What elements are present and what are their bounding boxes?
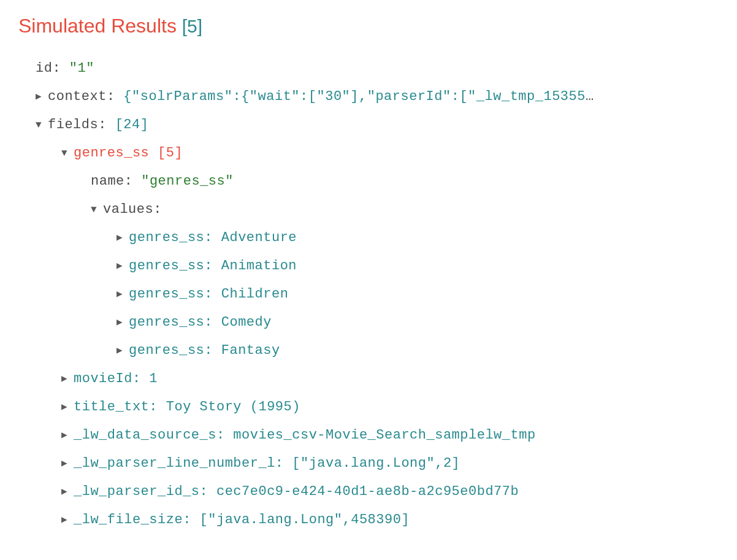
tree-row-values[interactable]: ▼ values: xyxy=(18,196,719,224)
val-genre: Comedy xyxy=(221,316,272,329)
tree-row-field[interactable]: ▶_lw_file_size: ["java.lang.Long",458390… xyxy=(18,506,719,534)
caret-right-icon: ▶ xyxy=(61,459,74,469)
key-id: id: xyxy=(36,62,61,75)
val-genre: Adventure xyxy=(221,231,297,245)
tree-row-genre-value[interactable]: ▶genres_ss: Adventure xyxy=(18,224,719,252)
tree-row-genres-ss[interactable]: ▼ genres_ss [5] xyxy=(18,139,719,167)
val-field: 1 xyxy=(149,372,158,386)
val-genre: Animation xyxy=(221,259,297,273)
val-genre: Children xyxy=(221,288,289,301)
caret-right-icon: ▶ xyxy=(61,431,74,440)
results-heading: Simulated Results [5] xyxy=(18,15,719,37)
tree-row-field[interactable]: ▶title_txt: Toy Story (1995) xyxy=(18,393,719,421)
val-id: "1" xyxy=(69,62,94,75)
tree-row-genre-value[interactable]: ▶genres_ss: Children xyxy=(18,280,719,309)
key-field: title_txt: xyxy=(74,401,158,414)
key-field: _lw_parser_id_s: xyxy=(74,485,208,499)
caret-right-icon: ▶ xyxy=(61,374,74,384)
key-field: _lw_file_size: xyxy=(74,513,191,527)
caret-down-icon: ▼ xyxy=(61,148,74,158)
caret-right-icon: ▶ xyxy=(116,290,129,299)
key-name: name: xyxy=(91,175,133,188)
tree-row-field[interactable]: ▶movieId: 1 xyxy=(18,365,719,393)
val-field: ["java.lang.Long",2] xyxy=(292,457,460,470)
key-genre: genres_ss: xyxy=(129,344,213,358)
caret-right-icon: ▶ xyxy=(116,261,129,271)
tree-row-fields[interactable]: ▼ fields: [24] xyxy=(18,111,719,139)
key-field: _lw_parser_line_number_l: xyxy=(74,457,284,470)
val-field: Toy Story (1995) xyxy=(166,401,300,414)
val-field: movies_csv-Movie_Search_samplelw_tmp xyxy=(233,429,535,442)
key-context: context: xyxy=(48,90,115,104)
val-name: "genres_ss" xyxy=(141,175,234,188)
heading-count: [5] xyxy=(182,16,202,36)
key-genres-ss: genres_ss xyxy=(74,147,149,160)
heading-title: Simulated Results xyxy=(18,15,177,37)
tree-row-field[interactable]: ▶_lw_parser_line_number_l: ["java.lang.L… xyxy=(18,450,719,478)
caret-down-icon: ▼ xyxy=(36,120,48,130)
val-context: {"solrParams":{"wait":["30"],"parserId":… xyxy=(123,90,594,104)
caret-right-icon: ▶ xyxy=(61,515,74,525)
val-field: cec7e0c9-e424-40d1-ae8b-a2c95e0bd77b xyxy=(216,485,519,499)
key-field: _lw_data_source_s: xyxy=(74,429,225,442)
tree-row-name: name: "genres_ss" xyxy=(18,167,719,196)
caret-right-icon: ▶ xyxy=(61,487,74,497)
count-fields: [24] xyxy=(115,118,149,132)
tree-row-field[interactable]: ▶_lw_parser_id_s: cec7e0c9-e424-40d1-ae8… xyxy=(18,478,719,506)
tree-row-context[interactable]: ▶ context: {"solrParams":{"wait":["30"],… xyxy=(18,83,719,111)
key-field: movieId: xyxy=(74,372,141,386)
caret-right-icon: ▶ xyxy=(116,346,129,356)
val-genre: Fantasy xyxy=(221,344,280,358)
key-genre: genres_ss: xyxy=(129,316,213,329)
key-genre: genres_ss: xyxy=(129,288,213,301)
caret-right-icon: ▶ xyxy=(61,402,74,412)
caret-right-icon: ▶ xyxy=(116,318,129,328)
caret-right-icon: ▶ xyxy=(116,233,129,243)
tree-row-field[interactable]: ▶_lw_data_source_s: movies_csv-Movie_Sea… xyxy=(18,421,719,450)
caret-down-icon: ▼ xyxy=(91,205,103,215)
tree-row-genre-value[interactable]: ▶genres_ss: Animation xyxy=(18,252,719,280)
key-genre: genres_ss: xyxy=(129,231,213,245)
count-genres-ss: [5] xyxy=(158,147,183,160)
val-field: ["java.lang.Long",458390] xyxy=(200,513,410,527)
tree-row-id: id: "1" xyxy=(18,55,719,83)
tree-row-genre-value[interactable]: ▶genres_ss: Comedy xyxy=(18,309,719,337)
key-fields: fields: xyxy=(48,118,107,132)
tree-row-genre-value[interactable]: ▶genres_ss: Fantasy xyxy=(18,337,719,365)
key-genre: genres_ss: xyxy=(129,259,213,273)
key-values: values: xyxy=(103,203,162,217)
caret-right-icon: ▶ xyxy=(36,92,48,102)
